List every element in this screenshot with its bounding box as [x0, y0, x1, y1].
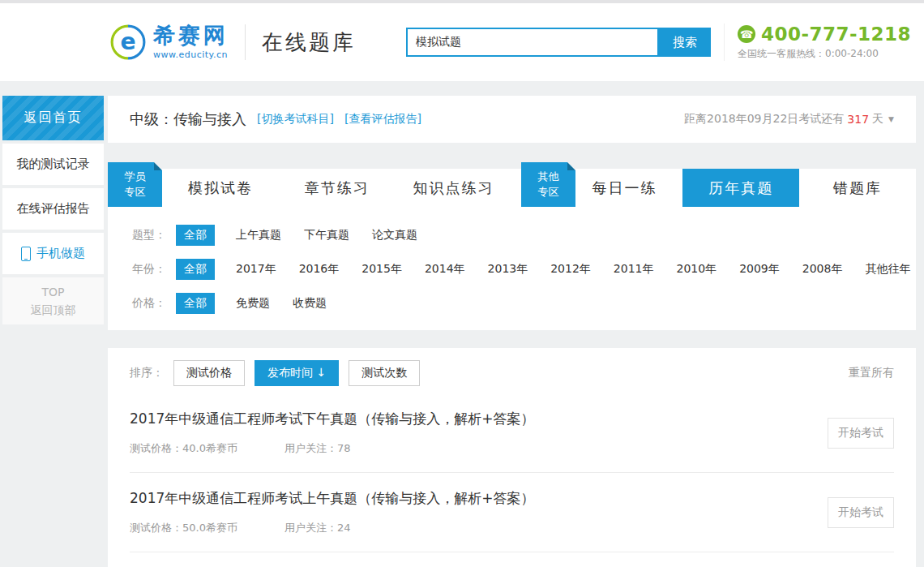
filter-option-year-2010[interactable]: 2010年: [676, 262, 717, 277]
filter-option-year-2014[interactable]: 2014年: [425, 262, 465, 277]
exam-price: 测试价格：40.0希赛币: [130, 441, 237, 456]
exam-list-card: 排序： 测试价格 发布时间 ↓ 测试次数 重置所有 2017年中级通信工程师考试…: [108, 348, 916, 567]
brand-name: 希赛网: [153, 24, 229, 46]
filter-option-year-2016[interactable]: 2016年: [299, 262, 340, 277]
reset-all-button[interactable]: 重置所有: [849, 366, 894, 380]
other-zone-tag[interactable]: 其他 专区: [521, 162, 575, 207]
hotline-number: 400-777-1218: [761, 24, 911, 45]
sort-label: 排序：: [130, 366, 164, 380]
exam-list-item: 2016年中级通信工程师考试下午真题（传输与接入，解析+答案） 测试价格：50.…: [130, 552, 894, 567]
tab-mock-papers[interactable]: 模拟试卷: [162, 169, 279, 207]
tab-chapter-practice[interactable]: 章节练习: [279, 169, 396, 207]
sort-by-price-button[interactable]: 测试价格: [173, 360, 245, 386]
tab-wrong-questions[interactable]: 错题库: [799, 169, 916, 207]
filter-option-all[interactable]: 全部: [176, 259, 215, 280]
filter-label: 题型：: [132, 228, 176, 243]
filter-option-all[interactable]: 全部: [176, 293, 215, 314]
sidebar-item-test-records[interactable]: 我的测试记录: [2, 144, 104, 185]
sidebar-item-evaluation-report[interactable]: 在线评估报告: [2, 188, 104, 230]
exam-list-item: 2017年中级通信工程师考试上午真题（传输与接入，解析+答案） 测试价格：50.…: [130, 472, 894, 552]
filter-panel: 题型： 全部 上午真题 下午真题 论文真题 年份： 全部 2017年 2016年…: [108, 207, 916, 330]
filter-option-year-2012[interactable]: 2012年: [550, 262, 591, 277]
svg-text:e: e: [120, 28, 135, 55]
sort-by-publish-time-button[interactable]: 发布时间 ↓: [255, 360, 339, 386]
back-to-top-label-en: TOP: [41, 283, 64, 301]
filter-option-essay[interactable]: 论文真题: [372, 228, 417, 243]
filter-option-year-2008[interactable]: 2008年: [802, 262, 843, 277]
exam-title[interactable]: 2017年中级通信工程师考试下午真题（传输与接入，解析+答案）: [130, 410, 828, 428]
exam-price: 测试价格：50.0希赛币: [130, 521, 237, 535]
brand-site-url: www.educity.cn: [153, 49, 229, 60]
countdown-caret-icon[interactable]: ▼: [888, 115, 894, 123]
back-to-top-button[interactable]: TOP 返回顶部: [2, 277, 104, 324]
filter-option-year-2009[interactable]: 2009年: [739, 262, 780, 277]
sidebar-item-home[interactable]: 返回首页: [2, 96, 104, 140]
filter-option-afternoon[interactable]: 下午真题: [304, 228, 349, 243]
search-bar: 搜索: [406, 28, 711, 57]
exam-countdown: 距离2018年09月22日考试还有 317 天 ▼: [684, 112, 894, 127]
back-to-top-label-cn: 返回顶部: [31, 301, 76, 319]
filter-option-year-2011[interactable]: 2011年: [614, 262, 654, 277]
search-input[interactable]: [406, 28, 659, 57]
tab-bar: 模拟试卷 章节练习 知识点练习 每日一练 历年真题 错题库: [108, 169, 916, 207]
main-area: 返回首页 我的测试记录 在线评估报告 手机做题 TOP 返回顶部 中级：传输与接…: [0, 81, 924, 567]
tabs-row: 模拟试卷 章节练习 知识点练习 每日一练 历年真题 错题库: [108, 162, 916, 207]
filter-label: 年份：: [132, 262, 176, 277]
filter-option-free[interactable]: 免费题: [236, 296, 270, 311]
logo-e-icon: e: [109, 24, 147, 61]
start-exam-button[interactable]: 开始考试: [828, 497, 894, 528]
header-divider: [245, 24, 246, 60]
filter-option-year-2017[interactable]: 2017年: [236, 262, 276, 277]
switch-subject-link[interactable]: [切换考试科目]: [257, 112, 334, 127]
tab-daily-practice[interactable]: 每日一练: [566, 169, 682, 207]
sidebar-mobile-label: 手机做题: [36, 246, 85, 261]
filter-option-year-2015[interactable]: 2015年: [361, 262, 402, 277]
countdown-suffix: 天: [872, 112, 883, 127]
exam-title[interactable]: 2017年中级通信工程师考试上午真题（传输与接入，解析+答案）: [130, 489, 828, 508]
filter-label: 价格：: [132, 296, 176, 311]
filter-option-paid[interactable]: 收费题: [293, 296, 327, 311]
sidebar-report-label: 在线评估报告: [17, 201, 90, 217]
content-column: 中级：传输与接入 [切换考试科目] [查看评估报告] 距离2018年09月22日…: [108, 96, 916, 567]
site-logo[interactable]: e 希赛网 www.educity.cn: [109, 24, 229, 61]
filter-row-year: 年份： 全部 2017年 2016年 2015年 2014年 2013年 201…: [108, 252, 916, 286]
sort-desc-arrow-icon: ↓: [316, 366, 326, 379]
tab-knowledge-practice[interactable]: 知识点练习: [396, 169, 512, 207]
filter-row-price: 价格： 全部 免费题 收费题: [108, 286, 916, 320]
exam-followers: 用户关注：78: [284, 441, 351, 456]
filter-option-year-other[interactable]: 其他往年: [865, 262, 910, 277]
search-button[interactable]: 搜索: [659, 28, 711, 57]
phone-icon: ☎: [738, 25, 755, 43]
sidebar-home-label: 返回首页: [24, 110, 83, 127]
subject-bar: 中级：传输与接入 [切换考试科目] [查看评估报告] 距离2018年09月22日…: [108, 96, 916, 143]
filter-row-question-type: 题型： 全部 上午真题 下午真题 论文真题: [108, 218, 916, 252]
mobile-phone-icon: [21, 247, 31, 261]
hotline-caption: 全国统一客服热线：0:00-24:00: [738, 47, 911, 61]
filter-option-all[interactable]: 全部: [176, 225, 215, 246]
hotline-block: ☎ 400-777-1218 全国统一客服热线：0:00-24:00: [724, 24, 911, 61]
site-header: e 希赛网 www.educity.cn 在线题库 搜索 ☎ 400-777-1…: [0, 3, 924, 81]
sidebar-item-mobile-practice[interactable]: 手机做题: [2, 233, 104, 274]
sidebar: 返回首页 我的测试记录 在线评估报告 手机做题 TOP 返回顶部: [2, 96, 104, 328]
exam-followers: 用户关注：24: [284, 521, 351, 535]
filter-option-morning[interactable]: 上午真题: [236, 228, 281, 243]
tab-past-papers-active[interactable]: 历年真题: [682, 169, 799, 207]
sort-row: 排序： 测试价格 发布时间 ↓ 测试次数 重置所有: [130, 348, 894, 393]
page-title: 在线题库: [262, 28, 356, 57]
view-report-link[interactable]: [查看评估报告]: [344, 112, 421, 127]
countdown-days: 317: [847, 113, 869, 126]
brand-text: 希赛网 www.educity.cn: [153, 24, 229, 60]
exam-list-item: 2017年中级通信工程师考试下午真题（传输与接入，解析+答案） 测试价格：40.…: [130, 393, 894, 472]
start-exam-button[interactable]: 开始考试: [828, 418, 894, 449]
countdown-prefix: 距离2018年09月22日考试还有: [684, 112, 844, 127]
subject-title: 中级：传输与接入: [130, 110, 246, 129]
sort-by-test-count-button[interactable]: 测试次数: [349, 360, 420, 386]
filter-option-year-2013[interactable]: 2013年: [488, 262, 528, 277]
sidebar-records-label: 我的测试记录: [17, 157, 90, 172]
member-zone-tag[interactable]: 学员 专区: [108, 162, 162, 207]
